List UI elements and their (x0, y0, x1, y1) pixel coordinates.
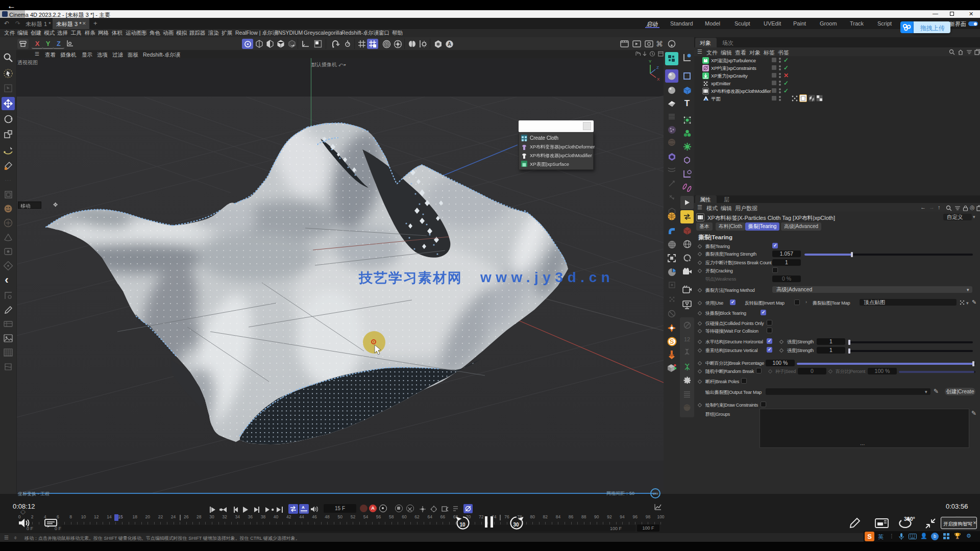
svg-text:30: 30 (513, 522, 520, 528)
svg-text:X: X (657, 77, 660, 82)
svg-text:S: S (669, 338, 674, 345)
svg-text:A: A (302, 505, 305, 510)
svg-text:Y: Y (649, 59, 652, 64)
svg-text:A: A (448, 41, 451, 47)
svg-text:10: 10 (460, 522, 466, 528)
svg-text:Z: Z (656, 65, 659, 70)
